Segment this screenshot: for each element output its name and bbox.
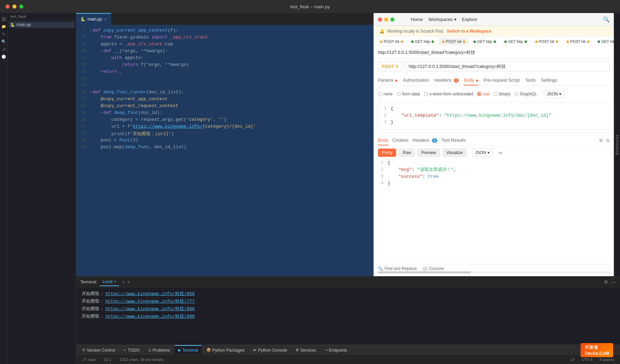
resp-tab-body[interactable]: Body [378,136,388,145]
console-link[interactable]: ⬜ Console [422,266,444,271]
terminal-chevron-icon[interactable]: ▾ [128,280,129,284]
fmt-visualize[interactable]: Visualize [443,149,467,157]
code-line: 14 [76,76,374,83]
pm-request-area: POST ▾ Params Authorization Headers 8 Bo… [374,59,614,132]
radio-raw[interactable]: raw [477,92,489,96]
pm-req-tab-2[interactable]: GET http [408,38,437,45]
project-label: test_flask [10,14,26,19]
python-console-icon: ≫ [253,348,257,352]
main-container: ⬛ 📁 ↻ 🔍 ⎇ 🕐 test_flask 🐍 main.py 🐍 m [0,13,620,364]
fmt-preview[interactable]: Preview [417,149,440,157]
find-replace-link[interactable]: 🔍 Find and Replace [378,266,417,271]
pm-scrollbar-thumb [378,271,471,273]
terminal-tab-local[interactable]: Local ✕ [100,278,119,286]
tab-problems[interactable]: ⚠ Problems [145,345,174,355]
pm-request-body[interactable]: 1 { 2 "url_template": "https://www.kingn… [378,102,610,130]
terminal-close-icon[interactable]: ✕ [114,280,116,283]
tab-python-console[interactable]: ≫ Python Console [249,345,291,355]
history-icon[interactable]: 🕐 [1,54,7,60]
statusbar-spaces[interactable]: 4 spaces [598,357,616,362]
terminal-section: Terminal: Local ✕ + ▾ ⚙ — 开始爬取： https://… [76,276,620,345]
pm-scrollbar[interactable] [378,271,610,273]
bookmarks-sidebar: Bookmarks [614,13,620,276]
project-icon[interactable]: ⬛ [1,16,7,22]
tab-todo[interactable]: ✓ TODO [120,345,143,355]
pm-req-tab-7[interactable]: POST htt [563,38,593,45]
terminal-link-2[interactable]: https://www.kingname.info/科技/777 [105,298,195,305]
pm-close[interactable] [378,17,382,22]
pm-method-select[interactable]: POST ▾ [378,61,402,71]
pm-req-tab-3[interactable]: POST htt [439,38,469,45]
radio-binary[interactable]: binary [494,92,510,96]
pm-req-tab-4[interactable]: GET http [470,38,500,45]
sync-icon[interactable]: ↻ [1,31,7,37]
pm-req-tab-6[interactable]: POST htt [532,38,562,45]
status-chars: 1013 chars, 36 line breaks [118,357,165,362]
radio-form-data[interactable]: form-data [397,92,420,96]
terminal-link-4[interactable]: https://www.kingname.info/科技/999 [105,313,195,320]
bookmarks-label[interactable]: Bookmarks [615,134,619,155]
fmt-raw[interactable]: Raw [399,149,415,157]
tab-close-icon[interactable]: ✕ [104,17,107,21]
resp-tab-headers[interactable]: Headers 5 [413,136,437,145]
post-dot-2 [442,40,445,43]
pm-home[interactable]: Home [411,17,423,22]
pm-url-input[interactable] [405,61,610,71]
radio-urlencoded[interactable]: x-www-form-urlencoded [424,92,473,96]
resp-format-select[interactable]: JSON ▾ [472,149,493,157]
maximize-button[interactable] [19,4,23,9]
pm-workspace-link[interactable]: Switch to a Workspace [447,29,491,34]
code-line: 7 ▼def copy_current_app_context(f): [76,28,374,35]
resp-tab-test-results[interactable]: Test Results [441,136,466,145]
terminal-link-1[interactable]: https://www.kingname.info/科技/666 [105,290,195,298]
tab-tests[interactable]: Tests [525,75,536,85]
terminal-settings-icon[interactable]: ⚙ [604,279,608,285]
pm-explore[interactable]: Explore [462,17,477,22]
tab-services[interactable]: ⚙ Services [292,345,320,355]
editor-tab-main[interactable]: 🐍 main.py ✕ [76,13,111,25]
pm-settings-icon[interactable]: ⚙ [599,138,603,143]
pm-minimize[interactable] [384,17,388,22]
search-sidebar-icon[interactable]: 🔍 [1,38,7,45]
tab-pre-request[interactable]: Pre-request Script [484,75,520,85]
tab-terminal[interactable]: ▶ Terminal [175,345,201,355]
tab-python-packages[interactable]: 📦 Python Packages [203,345,248,355]
close-button[interactable] [5,4,10,9]
minimize-button[interactable] [12,4,16,9]
resp-tab-cookies[interactable]: Cookies [392,136,409,145]
pm-req-tab-8[interactable]: GET http [594,38,614,45]
file-item-main[interactable]: 🐍 main.py [9,22,74,28]
tab-body[interactable]: Body [464,75,478,85]
terminal-minimize-icon[interactable]: — [611,279,616,285]
statusbar-encoding[interactable]: UTF-8 [581,357,594,362]
statusbar-lf[interactable]: LF [569,357,576,362]
pm-nav: Home Workspaces ▾ Explore [411,17,477,22]
pm-maximize[interactable] [390,17,394,22]
tab-version-control[interactable]: ↻ Version Control [79,345,118,355]
terminal-tab-bar: Terminal: Local ✕ + ▾ ⚙ — [76,277,620,287]
resp-copy-icon[interactable]: ⇒ [498,150,502,155]
chevron-down-icon: ▾ [396,64,398,69]
pm-workspaces[interactable]: Workspaces ▾ [428,17,457,22]
status-line[interactable]: 15:1 [103,357,113,362]
pm-req-tab-1[interactable]: POST htt [377,38,406,45]
file-icon[interactable]: 📁 [1,23,7,30]
pm-req-tab-5[interactable]: GET http [501,38,530,45]
tab-settings[interactable]: Settings [541,75,557,85]
tab-endpoints[interactable]: ⇢ Endpoints [321,345,351,355]
terminal-add-icon[interactable]: + [122,279,125,285]
pm-url-bar: http://127.0.0.1:5000/start_thread?categ… [374,47,614,59]
endpoints-icon: ⇢ [324,348,328,352]
tab-authorization[interactable]: Authorization [403,75,429,85]
git-branch[interactable]: ⎇ main [80,357,97,362]
tab-headers[interactable]: Headers 8 [434,75,458,85]
radio-none[interactable]: none [378,92,393,96]
terminal-link-3[interactable]: https://www.kingname.info/科技/888 [105,305,195,313]
fmt-pretty[interactable]: Pretty [378,149,396,157]
pm-format-select[interactable]: JSON ▾ [544,90,564,98]
pm-search-icon[interactable]: 🔍 [603,16,610,23]
radio-graphql[interactable]: GraphQL [514,92,537,96]
resp-line-1: 1 { [378,160,610,166]
git-icon[interactable]: ⎇ [1,46,7,52]
tab-params[interactable]: Params [378,75,397,85]
